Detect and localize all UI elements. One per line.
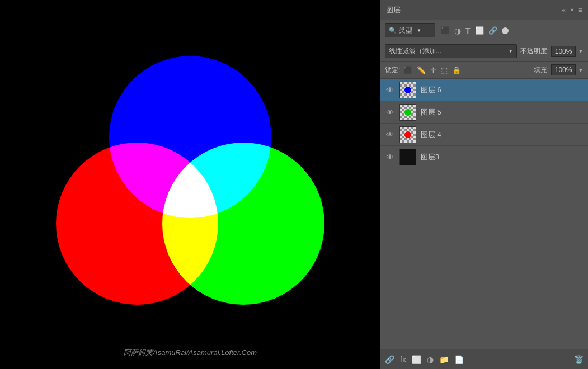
search-icon-filter: 🔍	[389, 27, 397, 34]
lock-brush-icon[interactable]: ✏️	[417, 66, 426, 74]
filter-type-dropdown[interactable]: 🔍 类型 ▼	[385, 23, 435, 37]
opacity-arrow[interactable]: ▼	[578, 48, 584, 54]
fill-arrow[interactable]: ▼	[578, 67, 584, 73]
close-icon[interactable]: ×	[570, 6, 574, 14]
new-group-icon[interactable]: 📁	[439, 355, 449, 364]
layer-dot-layer6	[404, 87, 411, 93]
add-mask-icon[interactable]: ⬜	[412, 355, 421, 364]
lock-artboard-icon[interactable]: ⬚	[441, 66, 448, 74]
panel-title: 图层	[386, 5, 401, 15]
delete-layer-icon[interactable]: 🗑️	[574, 355, 584, 364]
lock-all-icon[interactable]: 🔒	[452, 66, 461, 74]
path-filter-icon[interactable]: ⬜	[475, 26, 484, 35]
layer-dot-layer4	[404, 131, 411, 138]
layers-list: 👁图层 6👁图层 5👁图层 4👁图层3	[380, 79, 588, 349]
layer-thumb-layer4	[399, 126, 416, 143]
layers-panel: 图层 « × ≡ 🔍 类型 ▼ ⬛ ◑ T ⬜ 🔗	[380, 0, 588, 369]
layer-eye-layer3[interactable]: 👁	[385, 153, 395, 162]
layer-item-layer6[interactable]: 👁图层 6	[380, 79, 588, 101]
filter-dropdown-arrow: ▼	[417, 28, 421, 33]
layer-item-layer4[interactable]: 👁图层 4	[380, 124, 588, 146]
svg-point-5	[162, 143, 324, 305]
canvas-area: 阿萨姆莱AsamuRai/Asamurai.Lofter.Com	[0, 0, 380, 369]
blend-opacity-row: 线性减淡（添加... ▼ 不透明度: 100% ▼	[380, 41, 588, 62]
layer-eye-layer6[interactable]: 👁	[385, 86, 395, 94]
panel-header-icons: « × ≡	[562, 6, 582, 14]
lock-move-icon[interactable]: ✛	[430, 66, 436, 74]
add-style-icon[interactable]: fx	[400, 355, 406, 364]
filter-row: 🔍 类型 ▼ ⬛ ◑ T ⬜ 🔗	[380, 20, 588, 41]
layer-thumb-layer6	[399, 82, 416, 98]
lock-transparent-icon[interactable]: ⬛	[403, 66, 412, 74]
lock-row: 锁定: ⬛ ✏️ ✛ ⬚ 🔒 填充: 100% ▼	[380, 62, 588, 79]
blend-mode-arrow: ▼	[509, 49, 513, 54]
layer-thumb-layer3	[399, 149, 416, 165]
opacity-value[interactable]: 100%	[551, 46, 576, 57]
text-filter-icon[interactable]: T	[465, 26, 471, 35]
watermark: 阿萨姆莱AsamuRai/Asamurai.Lofter.Com	[124, 348, 257, 358]
filter-toggle-dot[interactable]	[502, 27, 509, 34]
pixel-filter-icon[interactable]: ⬛	[441, 26, 450, 35]
layer-name-layer3: 图层3	[421, 152, 584, 162]
collapse-icon[interactable]: «	[562, 6, 566, 14]
opacity-control: 不透明度: 100% ▼	[520, 46, 584, 57]
layer-item-layer3[interactable]: 👁图层3	[380, 146, 588, 168]
lock-label: 锁定:	[385, 65, 400, 75]
lock-icons: ⬛ ✏️ ✛ ⬚ 🔒	[403, 66, 461, 74]
blend-mode-value: 线性减淡（添加...	[389, 46, 441, 56]
layer-dot-layer5	[404, 109, 411, 116]
filter-type-label: 类型	[399, 26, 412, 35]
layer-name-layer6: 图层 6	[421, 85, 584, 95]
fill-value[interactable]: 100%	[551, 64, 576, 75]
rgb-circles-svg	[34, 39, 347, 330]
canvas-content	[28, 28, 352, 341]
adjustment-filter-icon[interactable]: ◑	[454, 26, 461, 35]
layer-eye-layer4[interactable]: 👁	[385, 130, 395, 139]
menu-icon[interactable]: ≡	[578, 6, 582, 14]
layer-name-layer5: 图层 5	[421, 107, 584, 117]
blend-mode-dropdown[interactable]: 线性减淡（添加... ▼	[385, 44, 517, 58]
layer-eye-layer5[interactable]: 👁	[385, 108, 395, 117]
new-layer-icon[interactable]: 📄	[454, 355, 464, 364]
layer-name-layer4: 图层 4	[421, 130, 584, 140]
panel-header: 图层 « × ≡	[380, 0, 588, 20]
layer-item-layer5[interactable]: 👁图层 5	[380, 101, 588, 124]
fill-control: 填充: 100% ▼	[534, 64, 584, 75]
smart-filter-icon[interactable]: 🔗	[488, 26, 497, 35]
opacity-label: 不透明度:	[520, 46, 549, 56]
link-layers-icon[interactable]: 🔗	[385, 355, 394, 364]
layer-thumb-layer5	[399, 104, 416, 121]
panel-bottom-toolbar: 🔗 fx ⬜ ◑ 📁 📄 🗑️	[380, 349, 588, 369]
filter-icons: ⬛ ◑ T ⬜ 🔗	[441, 26, 509, 35]
new-adjustment-icon[interactable]: ◑	[427, 355, 434, 364]
fill-label: 填充:	[534, 65, 549, 75]
